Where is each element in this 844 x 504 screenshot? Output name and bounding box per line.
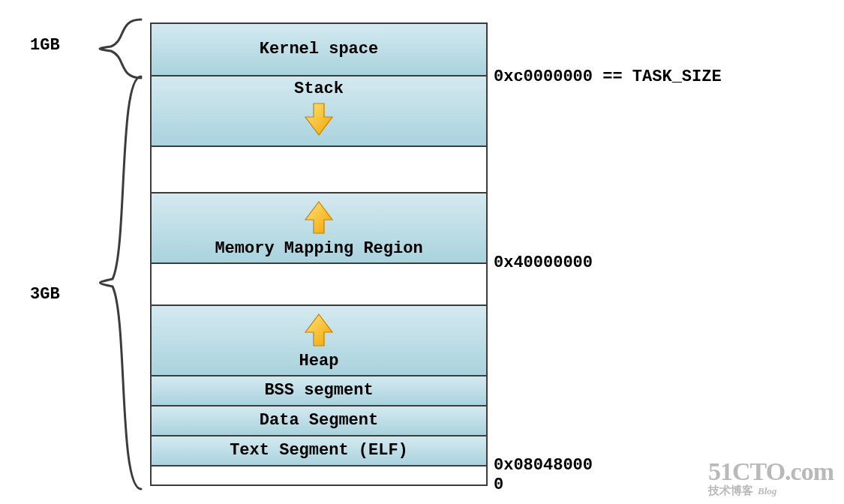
stack-label: Stack (294, 80, 344, 98)
heap-label: Heap (299, 352, 339, 370)
mmap-label: Memory Mapping Region (215, 240, 422, 258)
brace-1gb (83, 18, 143, 80)
row-stack: Stack (152, 76, 486, 147)
label-1gb: 1GB (30, 36, 60, 55)
memory-layout-table: Kernel space Stack (150, 22, 488, 486)
right-address-column: 0xc0000000 == TASK_SIZE 0x40000000 0x080… (488, 22, 844, 486)
row-bss-segment: BSS segment (152, 376, 486, 406)
addr-kernel-boundary: 0xc0000000 == TASK_SIZE (494, 68, 722, 86)
row-gap-stack-mmap (152, 147, 486, 194)
row-heap: Heap (152, 306, 486, 376)
arrow-up-icon (304, 200, 334, 240)
watermark-sub: 技术博客 (708, 484, 753, 496)
row-data-segment: Data Segment (152, 406, 486, 436)
bss-label: BSS segment (264, 382, 373, 400)
addr-mmap: 0x40000000 (494, 254, 593, 272)
row-kernel-space: Kernel space (152, 24, 486, 76)
watermark-blog: Blog (758, 486, 776, 496)
data-label: Data Segment (260, 412, 378, 430)
row-text-segment: Text Segment (ELF) (152, 436, 486, 466)
addr-zero: 0 (494, 476, 503, 494)
arrow-down-icon (304, 102, 334, 142)
brace-3gb (83, 75, 143, 490)
watermark-main: 51CTO.com (708, 458, 833, 485)
left-braces-column: 1GB 3GB (8, 22, 150, 486)
label-3gb: 3GB (30, 285, 60, 304)
addr-text: 0x08048000 (494, 456, 593, 475)
row-memory-mapping: Memory Mapping Region (152, 194, 486, 264)
row-bottom-gap (152, 466, 486, 484)
watermark: 51CTO.com 技术博客 Blog (708, 458, 833, 496)
kernel-space-label: Kernel space (260, 40, 378, 58)
text-label: Text Segment (ELF) (230, 442, 408, 460)
row-gap-mmap-heap (152, 264, 486, 306)
arrow-up-icon (304, 313, 334, 352)
